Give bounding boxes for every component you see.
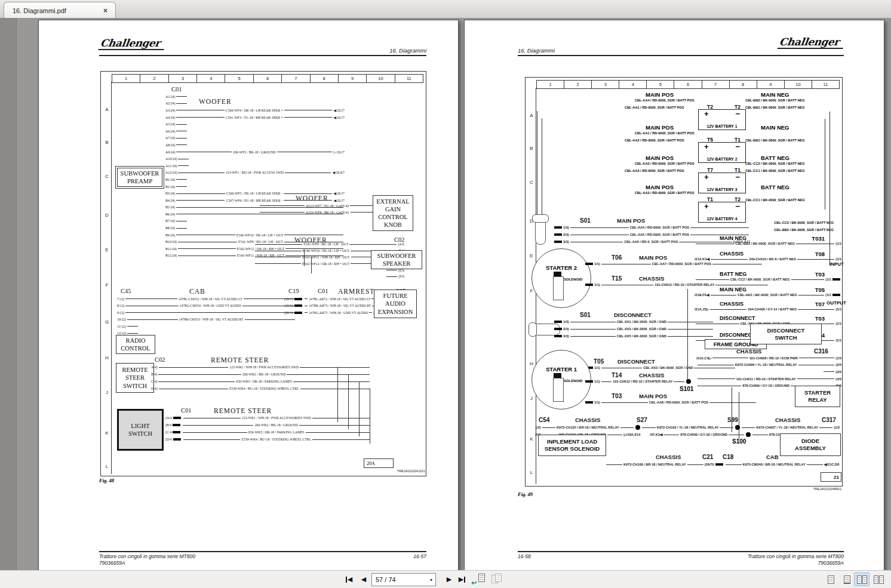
footer-model: Trattore con cingoli in gomma serie MT80… [748, 553, 844, 559]
wire-list: 1/1)CBL-AA8 / RD-0000_SGR / BATT POS [584, 399, 757, 405]
ruler-cell: 11 [812, 81, 839, 88]
net-label: DISCONNECT [720, 315, 755, 322]
single-page-view-button[interactable] [823, 572, 838, 586]
ruler-cell: 4 [196, 75, 225, 82]
battery-group: MAIN POSMAIN NEGCBL-AA1 / RD-0000_SGR / … [535, 124, 834, 158]
row-letter: J [527, 396, 536, 401]
wire-row: (18/311478L-AR72 / WH-18 / SIG VT AUDIO … [284, 295, 371, 303]
previous-page-button[interactable]: ◀ [357, 573, 370, 586]
ref-arrow-icon: ▷ [709, 356, 712, 360]
first-page-button[interactable]: ◀ [342, 573, 355, 586]
terminal-entry: BATT NEGT03CBL-CC2 / BK-0000_SGR / BATT … [695, 271, 841, 285]
ruler-cell: 3 [168, 75, 196, 82]
plus-terminal: + [704, 110, 709, 118]
solenoid-label: SOLENOID [564, 278, 582, 281]
header-rule [518, 55, 844, 56]
ruler-cell: 3 [591, 81, 619, 88]
footer-model: Trattore con cingoli in gomma serie MT80… [99, 553, 195, 559]
box-text-line: INPLEMENT LOAD [547, 438, 597, 445]
wire-row: 8/12)1478G-CM354 / WH-18 / GND VT AUDIO [117, 303, 296, 310]
box-text-line: FUTURE [383, 292, 408, 300]
drawing-code: TREJA0110241101 [397, 469, 425, 473]
connector-label: T06 [612, 254, 622, 261]
document-tab[interactable]: 16. Diagrammi.pdf × [4, 2, 116, 19]
section-title: DISCONNECT [617, 358, 655, 365]
wire-row: (D/4E539-WR4 / BU-18 / STEERING WHEEL CT… [165, 436, 371, 443]
wire-row: (3/5 [696, 368, 841, 375]
wire-row: 1/2)K972-CH125 / BR-18 / NEUTRAL RELAYK9… [535, 424, 840, 431]
wire-line [348, 374, 349, 429]
next-view-button[interactable] [488, 574, 503, 585]
terminal-id: T07 [815, 301, 825, 307]
next-page-button[interactable]: ▶ [443, 573, 456, 586]
net-label: BATT NEG [720, 271, 746, 278]
box-text-line: SUBWOOFER [377, 252, 416, 260]
box-text-line: STARTER [804, 389, 831, 396]
row-letter: B [103, 140, 111, 145]
neg-bus-label: MAIN NEG [761, 91, 789, 98]
box-text-line: SWITCH [123, 382, 147, 390]
wire-list: (18/311478L-AR72 / WH-18 / SIG VT AUDIO … [284, 295, 371, 316]
junction-dot [746, 432, 751, 437]
two-page-continuous-view-button[interactable] [871, 572, 886, 586]
tee-fitting-icon [535, 218, 546, 245]
row-letter: J [103, 390, 111, 395]
wire-label: CBL-AA3 / RD-0000_SGR / BATT POS [635, 191, 694, 195]
continuous-view-button[interactable] [839, 572, 855, 586]
side-panel-strip[interactable] [0, 18, 17, 571]
challenger-logo: Challenger [98, 37, 165, 50]
wire-label: CBL-AA1 / RD-0000_SGR / BATT POS [635, 131, 694, 135]
page-number-combo[interactable]: 57 / 74 ▼ [371, 573, 436, 586]
chevron-down-icon[interactable]: ▼ [427, 578, 435, 582]
wire-list: 1/1)101-CH612 / RD-10 / STARTER RELAY [584, 378, 692, 384]
footer-page-number: 16-58 [518, 553, 531, 559]
radio-control-box: RADIOCONTROL [116, 335, 155, 354]
junction-label: S100 [732, 438, 746, 445]
previous-view-button[interactable]: ↩ [472, 574, 486, 585]
two-page-view-button[interactable] [854, 572, 870, 586]
wire-row: A7/24) [165, 135, 345, 142]
ref-arrow-icon: ◀ [660, 433, 663, 436]
footer-page-number: 16-57 [413, 553, 426, 559]
wire-row: 1/1)CBL-AA8 / RD-0000_SGR / BATT POS [584, 399, 757, 405]
starter1-symbol: STARTER 1 SOLENOID [531, 350, 591, 410]
wire-row: /21A.K3◀249-CH410 / BK-6 / BATT NEG(1/1 [695, 257, 841, 261]
terminal-id: T03 [815, 271, 825, 278]
section-title: CHASSIS [639, 275, 664, 282]
row-letter: A [527, 113, 536, 118]
box-text-line: GAIN [385, 205, 401, 213]
row-letter: A [103, 107, 111, 112]
wire-row: A12/24)123-WF1 / RD-18 / PWR ACCESS SWD◀… [165, 170, 345, 177]
neg-bus-label: BATT NEG [761, 155, 789, 161]
close-icon[interactable]: × [103, 7, 115, 15]
minus-terminal: − [735, 173, 740, 181]
wire-row: A10/24) [165, 155, 345, 162]
wire-line [304, 250, 305, 266]
page-icon [478, 574, 485, 582]
footer-doc-number: 79036659A [818, 560, 844, 566]
connector-label: T14 [612, 372, 622, 378]
page-right: 16. Diagrammi Challenger 1234567891011 A… [464, 20, 884, 571]
wire-row: 11/12) [117, 323, 296, 330]
wire-row: A1/24) [165, 93, 345, 100]
ruler-cell: 10 [366, 75, 394, 82]
connector-label: C21 [702, 454, 713, 460]
ruler-cell: 5 [225, 75, 253, 82]
wire-list: /21A.C4▷101-CH608 / RD-10 / ECM PWR(1/5K… [696, 355, 841, 389]
disconnect-switch-box: DISCONNECTSWITCH [750, 324, 822, 344]
minus-terminal: − [735, 143, 740, 151]
wire-list: (A/4123-WR1 / WH-18 / PWR ACCESSORIES SW… [165, 414, 371, 443]
wire-row: A6/24) [165, 128, 345, 135]
box-text-line: KNOB [384, 221, 402, 229]
pos-bus-label: MAIN POS [646, 184, 674, 190]
ref-arrow-icon: ◀ [706, 293, 709, 297]
wire-list: K972-CH108 / BR-18 / NEUTRAL RELAY(26/70… [605, 461, 839, 468]
last-page-button[interactable]: ▶ [456, 573, 469, 586]
connector-label: S01 [580, 312, 591, 318]
wire-row: K972-CH108 / BR-18 / NEUTRAL RELAY(26/70… [605, 461, 839, 468]
ruler-cell: 1 [112, 75, 140, 82]
wire-row: B8/24) [165, 224, 345, 232]
section-title: CAB [766, 454, 779, 460]
ruler-cell: 9 [757, 81, 784, 88]
neg-bus-label: BATT NEG [761, 184, 789, 190]
